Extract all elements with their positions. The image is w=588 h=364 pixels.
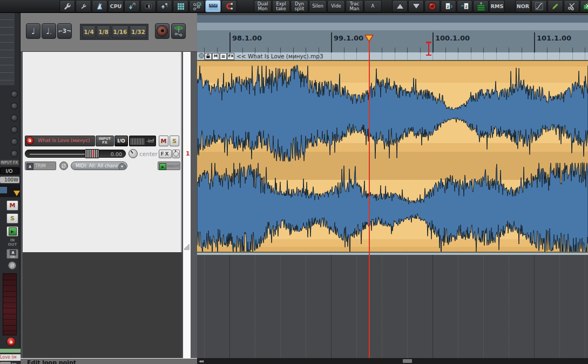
chevron-down-icon[interactable] [118, 163, 126, 171]
envelope-visibility-button[interactable] [171, 23, 186, 39]
strip-record-arm-button[interactable]: a [6, 337, 16, 346]
grid-1-32-button[interactable]: 1/32 [130, 25, 147, 38]
scroll-arrows-icon[interactable] [199, 359, 203, 363]
waveform[interactable] [197, 61, 588, 252]
fx-button[interactable]: FX [159, 150, 172, 158]
snap-settings-row: ♩♩.⌐3¬ 1/41/81/161/32 [21, 13, 197, 52]
monitor-button[interactable]: INOUT [158, 161, 180, 170]
envelope-down-icon[interactable] [124, 0, 140, 12]
video-button[interactable]: Vide [327, 0, 345, 12]
routing-icon[interactable] [189, 0, 205, 12]
mini-knob[interactable] [11, 103, 18, 110]
item-menu-icon[interactable]: ≡ [220, 53, 227, 60]
note-straight-button[interactable]: ♩ [26, 23, 40, 39]
strip-trim-button[interactable]: TR [6, 249, 18, 259]
silence-button[interactable]: Silen [309, 0, 327, 12]
ruler-snap-icon[interactable] [205, 0, 221, 12]
record-arm-button[interactable]: a [26, 137, 34, 145]
scissors-cut-icon[interactable] [564, 0, 579, 12]
empty-track-area[interactable] [197, 255, 588, 358]
trim-envelope-button[interactable]: TRIM [25, 161, 56, 170]
grid-1-16-button[interactable]: 1/16 [112, 25, 129, 38]
setup-wrench-icon[interactable] [59, 0, 75, 12]
meter-tick [3, 280, 16, 280]
media-item-header[interactable]: M≡FX << What Is Love (минус).mp3 [197, 52, 588, 60]
strip-width-value[interactable]: 100W [0, 177, 19, 183]
explode-takes-button[interactable]: Expl take [272, 0, 290, 12]
pan-knob[interactable] [129, 149, 138, 158]
panel-arrange-splitter[interactable] [191, 52, 197, 358]
ruler-measure-tick [534, 32, 535, 52]
solo-button[interactable]: S [170, 136, 179, 146]
move-up-icon[interactable] [392, 0, 408, 12]
strip-mute-button[interactable]: M [6, 200, 18, 211]
split-item-icon[interactable] [580, 0, 588, 12]
grid-division-panel: 1/41/81/161/32 [80, 24, 148, 40]
dual-mono-button[interactable]: Dual Mon [254, 0, 272, 12]
strip-solo-label: S [10, 215, 15, 222]
note-triplet-button[interactable]: ⌐3¬ [57, 23, 72, 39]
new-take-icon[interactable]: 2 [441, 0, 456, 12]
timeline-ruler[interactable]: 98.1.0099.1.00100.1.00101.1.00 [197, 15, 588, 52]
note-dotted-button[interactable]: ♩. [42, 23, 56, 39]
item-mute-button[interactable]: M [212, 53, 219, 60]
cpu-button[interactable]: CPU [108, 0, 124, 12]
volume-slider-thumb[interactable] [85, 149, 99, 158]
track-name-label[interactable]: What Is Love (минус) [38, 138, 94, 143]
strip-solo-button[interactable]: S [6, 213, 18, 224]
fx-bypass-button[interactable] [172, 150, 180, 158]
fader-icon[interactable] [140, 0, 156, 12]
strip-track-name[interactable]: Love (м [0, 354, 21, 361]
fade-curve-icon[interactable] [531, 0, 547, 12]
horizontal-scrollbar[interactable] [197, 358, 588, 364]
pencil-draw-icon[interactable] [548, 0, 563, 12]
metronome-record-button[interactable] [155, 23, 170, 39]
io-button[interactable]: I/O [114, 136, 128, 146]
strip-input-fx-button[interactable]: INPUT FX [0, 159, 19, 166]
strip-corner-box[interactable] [0, 362, 11, 364]
input-fx-button[interactable]: INPUT FX [96, 136, 114, 146]
mini-knob[interactable] [11, 114, 18, 122]
action-a-button[interactable]: A [364, 0, 382, 12]
options-wrench-icon[interactable] [76, 0, 91, 12]
strip-expand-icon[interactable]: ▶▶ [12, 362, 17, 364]
volume-slider[interactable]: 0.00 [25, 150, 126, 158]
take-lane-icon[interactable]: 2 [457, 0, 472, 12]
magnet-snap-icon[interactable] [221, 0, 237, 12]
mini-knob[interactable] [11, 150, 18, 157]
item-lanes-icon[interactable] [473, 0, 489, 12]
beat-gridline [572, 52, 573, 60]
beat-gridline [356, 255, 357, 358]
phase-button[interactable]: Ø [59, 161, 68, 170]
ruler-minor-tick [280, 48, 281, 52]
grid-settings-icon[interactable] [173, 0, 188, 12]
rms-button[interactable]: RMS [489, 0, 505, 12]
grid-1-8-button[interactable]: 1/8 [97, 25, 110, 38]
item-lock-icon[interactable] [205, 53, 212, 60]
move-down-icon[interactable] [408, 0, 424, 12]
mini-knob[interactable] [11, 138, 18, 145]
strip-monitor-button[interactable]: ▶ [6, 226, 18, 237]
ruler-minor-tick [547, 48, 548, 52]
item-loop-icon[interactable] [198, 53, 204, 59]
strip-io-button[interactable]: I/O [0, 167, 19, 174]
dynamic-split-button[interactable]: Dyn split [290, 0, 308, 12]
item-fx-button[interactable]: FX [227, 53, 234, 60]
normalize-button[interactable]: NOR [515, 0, 531, 12]
strip-fader[interactable] [0, 184, 21, 197]
tcp-scrollbar[interactable] [183, 52, 191, 358]
record-input-select[interactable]: MIDI: All: All channe [71, 161, 127, 170]
scrollbar-thumb[interactable] [403, 359, 412, 363]
tcp-resize-grip-icon[interactable] [184, 244, 190, 250]
grid-1-4-button[interactable]: 1/4 [82, 25, 96, 38]
playhead-marker-icon[interactable] [364, 34, 374, 44]
mini-knob[interactable] [11, 91, 18, 98]
metronome-icon[interactable] [92, 0, 107, 12]
strip-phase-button[interactable]: Ø [8, 261, 16, 269]
mute-button[interactable]: M [159, 136, 168, 146]
track-manager-button[interactable]: Trac Man [346, 0, 363, 12]
mini-knob[interactable] [11, 126, 18, 133]
envelope-up-icon[interactable] [157, 0, 172, 12]
record-mode-icon[interactable] [424, 0, 440, 12]
loop-point-marker[interactable] [426, 42, 431, 56]
